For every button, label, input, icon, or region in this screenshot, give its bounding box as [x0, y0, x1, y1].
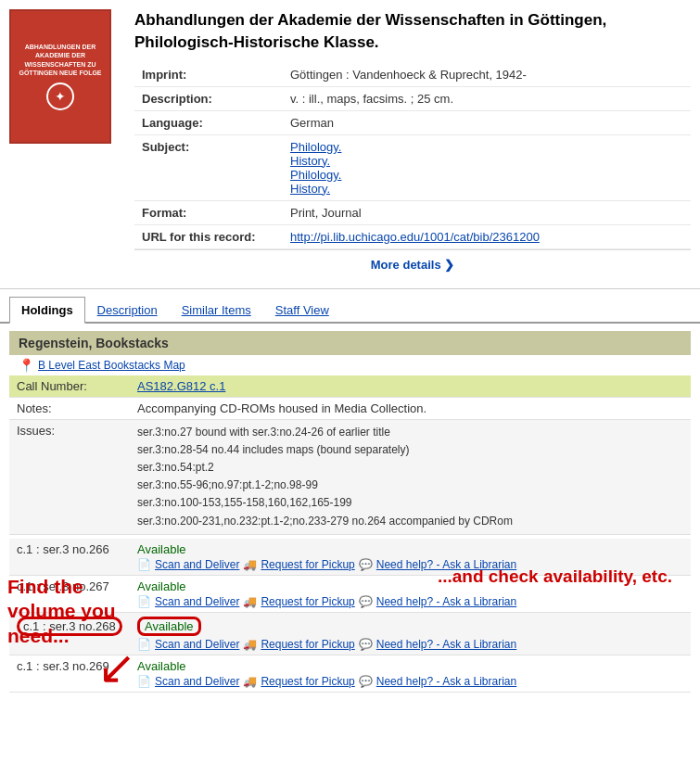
truck-icon-266: 🚚	[243, 558, 257, 571]
tab-description[interactable]: Description	[85, 297, 170, 324]
language-label: Language:	[134, 110, 283, 134]
book-section: ABHANDLUNGEN DER AKADEMIE DER WISSENSCHA…	[0, 0, 700, 289]
truck-icon-267: 🚚	[243, 595, 257, 608]
item-row-267: c.1 : ser.3 no.267 Available 📄Scan and D…	[9, 575, 691, 612]
notes-label: Notes:	[9, 397, 130, 419]
item-status-actions-267: Available 📄Scan and Deliver 🚚Request for…	[130, 575, 691, 612]
chat-icon-266: 💬	[359, 558, 373, 571]
book-title: Abhandlungen der Akademie der Wissenscha…	[134, 9, 691, 54]
truck-icon-268: 🚚	[243, 638, 257, 651]
ask-librarian-link-266[interactable]: Need help? - Ask a Librarian	[376, 558, 516, 571]
url-row: URL for this record: http://pi.lib.uchic…	[134, 224, 691, 248]
ask-librarian-link-268[interactable]: Need help? - Ask a Librarian	[376, 638, 516, 651]
action-links-268: 📄Scan and Deliver 🚚Request for Pickup 💬N…	[137, 638, 683, 651]
item-row-269: c.1 : ser.3 no.269 Available 📄Scan and D…	[9, 655, 691, 692]
language-row: Language: German	[134, 110, 691, 134]
item-status-actions-269: Available 📄Scan and Deliver 🚚Request for…	[130, 655, 691, 692]
request-pickup-link-266[interactable]: Request for Pickup	[261, 558, 354, 571]
description-row: Description: v. : ill., maps, facsims. ;…	[134, 86, 691, 110]
description-label: Description:	[134, 86, 283, 110]
format-value: Print, Journal	[283, 200, 691, 224]
location-header: Regenstein, Bookstacks	[9, 331, 691, 355]
status-available-266: Available	[137, 542, 683, 556]
tab-staff-view[interactable]: Staff View	[263, 297, 341, 324]
avail-circle-268: Available	[137, 617, 201, 636]
item-status-actions-266: Available 📄Scan and Deliver 🚚Request for…	[130, 539, 691, 576]
status-available-269: Available	[137, 659, 683, 673]
subject-row: Subject: Philology. History. Philology. …	[134, 134, 691, 200]
request-pickup-link-269[interactable]: Request for Pickup	[261, 675, 354, 688]
language-value: German	[283, 110, 691, 134]
notes-row: Notes: Accompanying CD-ROMs housed in Me…	[9, 397, 691, 419]
status-text-268: Available	[145, 619, 194, 633]
description-value: v. : ill., maps, facsims. ; 25 cm.	[283, 86, 691, 110]
request-pickup-link-268[interactable]: Request for Pickup	[261, 638, 354, 651]
subject-link-philology2[interactable]: Philology.	[290, 168, 341, 182]
tabs-bar: Holdings Description Similar Items Staff…	[0, 297, 700, 324]
action-links-269: 📄Scan and Deliver 🚚Request for Pickup 💬N…	[137, 675, 683, 688]
subject-link-history2[interactable]: History.	[290, 182, 330, 196]
issues-label: Issues:	[9, 419, 130, 534]
call-number-label: Call Number:	[9, 375, 130, 398]
scan-deliver-link-269[interactable]: Scan and Deliver	[155, 675, 239, 688]
item-status-actions-268: Available 📄Scan and Deliver 🚚Request for…	[130, 612, 691, 655]
holdings-section: Regenstein, Bookstacks 📍 B Level East Bo…	[0, 331, 700, 693]
imprint-value: Göttingen : Vandenhoeck & Ruprecht, 1942…	[283, 63, 691, 87]
call-number-link[interactable]: AS182.G812 c.1	[137, 379, 225, 393]
map-pin-icon: 📍	[19, 358, 34, 373]
action-links-267: 📄Scan and Deliver 🚚Request for Pickup 💬N…	[137, 595, 683, 608]
ask-librarian-link-267[interactable]: Need help? - Ask a Librarian	[376, 595, 516, 608]
subject-link-philology1[interactable]: Philology.	[290, 140, 341, 154]
scan-icon-267: 📄	[137, 595, 151, 608]
record-url-link[interactable]: http://pi.lib.uchicago.edu/1001/cat/bib/…	[290, 230, 540, 244]
url-value: http://pi.lib.uchicago.edu/1001/cat/bib/…	[283, 224, 691, 248]
scan-icon-269: 📄	[137, 675, 151, 688]
tab-similar-items[interactable]: Similar Items	[170, 297, 263, 324]
chat-icon-269: 💬	[359, 675, 373, 688]
item-row-268: c.1 : ser.3 no.268 Available 📄Scan and D…	[9, 612, 691, 655]
item-id-267: c.1 : ser.3 no.267	[9, 575, 130, 612]
tab-holdings[interactable]: Holdings	[9, 297, 85, 324]
action-links-266: 📄Scan and Deliver 🚚Request for Pickup 💬N…	[137, 558, 683, 571]
ask-librarian-link-269[interactable]: Need help? - Ask a Librarian	[376, 675, 516, 688]
status-available-267: Available	[137, 579, 683, 593]
chat-icon-268: 💬	[359, 638, 373, 651]
scan-icon-268: 📄	[137, 638, 151, 651]
issues-text: ser.3:no.27 bound with ser.3:no.24-26 of…	[137, 424, 683, 530]
scan-deliver-link-268[interactable]: Scan and Deliver	[155, 638, 239, 651]
map-link[interactable]: B Level East Bookstacks Map	[38, 359, 185, 372]
item-id-266: c.1 : ser.3 no.266	[9, 539, 130, 576]
metadata-table: Imprint: Göttingen : Vandenhoeck & Rupre…	[134, 63, 691, 249]
subject-label: Subject:	[134, 134, 283, 200]
issues-value: ser.3:no.27 bound with ser.3:no.24-26 of…	[130, 419, 691, 534]
request-pickup-link-267[interactable]: Request for Pickup	[261, 595, 354, 608]
book-info: Abhandlungen der Akademie der Wissenscha…	[134, 9, 691, 279]
item-row-266: c.1 : ser.3 no.266 Available 📄Scan and D…	[9, 539, 691, 576]
scan-deliver-link-267[interactable]: Scan and Deliver	[155, 595, 239, 608]
map-link-row: 📍 B Level East Bookstacks Map	[9, 355, 691, 375]
call-number-value: AS182.G812 c.1	[130, 375, 691, 398]
notes-value: Accompanying CD-ROMs housed in Media Col…	[130, 397, 691, 419]
item-id-circle-268: c.1 : ser.3 no.268	[17, 617, 122, 636]
cover-emblem: ✦	[46, 83, 74, 110]
scan-deliver-link-266[interactable]: Scan and Deliver	[155, 558, 239, 571]
items-table: c.1 : ser.3 no.266 Available 📄Scan and D…	[9, 539, 691, 693]
url-label: URL for this record:	[134, 224, 283, 248]
book-cover: ABHANDLUNGEN DER AKADEMIE DER WISSENSCHA…	[9, 9, 121, 279]
imprint-label: Imprint:	[134, 63, 283, 87]
issues-row: Issues: ser.3:no.27 bound with ser.3:no.…	[9, 419, 691, 534]
item-id-269: c.1 : ser.3 no.269	[9, 655, 130, 692]
book-cover-image: ABHANDLUNGEN DER AKADEMIE DER WISSENSCHA…	[9, 9, 111, 144]
imprint-row: Imprint: Göttingen : Vandenhoeck & Rupre…	[134, 63, 691, 87]
more-details-link[interactable]: More details ❯	[371, 258, 454, 272]
status-available-268: Available	[137, 617, 683, 636]
format-label: Format:	[134, 200, 283, 224]
page-wrapper: Find thevolume youneed... ...and check a…	[0, 0, 700, 693]
holding-details-table: Call Number: AS182.G812 c.1 Notes: Accom…	[9, 375, 691, 535]
more-details-section: More details ❯	[134, 249, 691, 279]
scan-icon-266: 📄	[137, 558, 151, 571]
subject-link-history1[interactable]: History.	[290, 154, 330, 168]
subject-values: Philology. History. Philology. History.	[283, 134, 691, 200]
item-id-268: c.1 : ser.3 no.268	[9, 612, 130, 655]
chat-icon-267: 💬	[359, 595, 373, 608]
